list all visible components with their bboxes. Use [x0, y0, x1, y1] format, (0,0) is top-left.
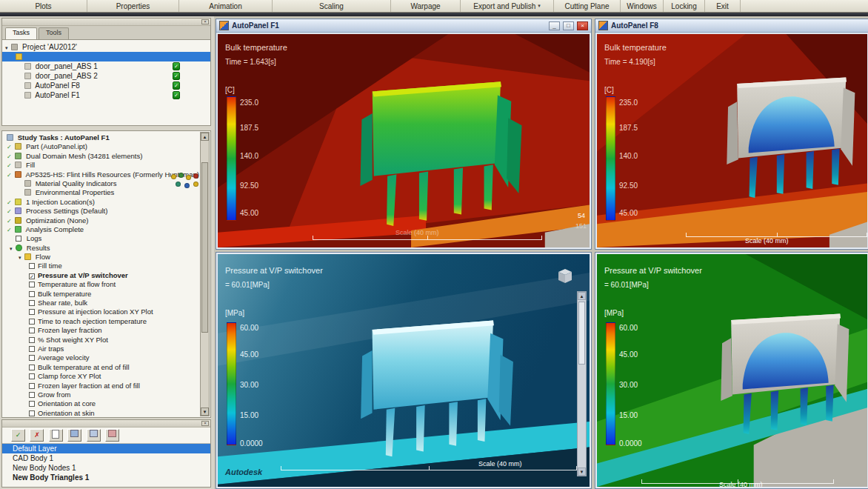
layer-settings-button[interactable]	[105, 429, 119, 442]
scale-ruler	[281, 466, 577, 470]
confirm-layer-button[interactable]: ✓	[11, 429, 25, 442]
tree-item-flow[interactable]: ▾ Flow	[2, 253, 217, 262]
tab-tools[interactable]: Tools	[39, 27, 69, 39]
close-icon[interactable]: ×	[201, 19, 209, 24]
result-frozen-layer[interactable]: Frozen layer fraction	[2, 326, 227, 335]
result-checkbox[interactable]	[29, 392, 35, 398]
scrollbar-thumb[interactable]	[201, 162, 208, 333]
legend-color-bar	[606, 322, 615, 445]
close-icon[interactable]: ×	[201, 421, 209, 426]
window-title-bar[interactable]: AutoPanel F8	[595, 19, 868, 33]
plot-value: = 60.01[MPa]	[225, 281, 270, 289]
tree-item-fill[interactable]: ✓ Fill	[2, 161, 205, 170]
viewport-canvas-tl[interactable]: Bulk temperature Time = 1.643[s] [C] 235…	[218, 34, 590, 247]
layer-cad-body[interactable]: CAD Body 1	[2, 453, 210, 463]
delete-layer-button[interactable]: ✗	[30, 429, 44, 442]
result-clamp-force-xy[interactable]: Clamp force XY Plot	[2, 372, 227, 381]
show-layer-button[interactable]	[87, 429, 101, 442]
project-pane-header[interactable]: ×	[2, 19, 210, 26]
tree-item-autopanel-f1[interactable]: AutoPanel F1 ✓	[2, 90, 210, 100]
tree-item-logs[interactable]: Logs	[2, 234, 214, 243]
scroll-up-icon[interactable]: ▲	[578, 292, 586, 300]
menu-export-publish[interactable]: Export and Publish▾	[461, 0, 554, 12]
scrollbar-thumb[interactable]	[578, 302, 585, 365]
layer-new-body-nodes[interactable]: New Body Nodes 1	[2, 463, 210, 473]
menu-windows[interactable]: Windows	[621, 0, 664, 12]
scroll-up-icon[interactable]: ▲	[201, 133, 209, 141]
result-pressure-vp-switchover[interactable]: ✓Pressure at V/P switchover	[2, 271, 227, 280]
viewport-canvas-tr[interactable]: Bulk temperature Time = 4.190[s] [C] 235…	[597, 34, 867, 247]
result-bulk-temperature[interactable]: Bulk temperature	[2, 290, 227, 299]
viewport-canvas-bl[interactable]: Pressure at V/P switchover = 60.01[MPa] …	[218, 254, 590, 487]
tree-item-part[interactable]: ✓ Part (AutoPanel.ipt)	[2, 142, 205, 151]
menu-cutting-plane[interactable]: Cutting Plane	[554, 0, 621, 12]
result-checkbox[interactable]	[29, 319, 35, 325]
result-checkbox[interactable]	[29, 346, 35, 352]
result-temperature-flow-front[interactable]: Temperature at flow front	[2, 280, 227, 289]
result-air-traps[interactable]: Air traps	[2, 345, 227, 353]
tree-item-results[interactable]: ▾ Results	[2, 244, 208, 253]
tree-item-injection-location[interactable]: ✓ 1 Injection Location(s)	[2, 198, 205, 207]
study-tasks-header[interactable]: Study Tasks : AutoPanel F1	[2, 133, 205, 142]
result-bulk-temp-end-fill[interactable]: Bulk temperature at end of fill	[2, 363, 227, 372]
result-pressure-injection-xy[interactable]: Pressure at injection location XY Plot	[2, 307, 227, 316]
result-checkbox[interactable]	[29, 355, 35, 361]
maximize-icon[interactable]: □	[563, 21, 574, 30]
result-grow-from[interactable]: Grow from	[2, 390, 227, 399]
study-pane-scrollbar[interactable]: ▲ ▼	[200, 132, 210, 416]
result-average-velocity[interactable]: Average velocity	[2, 353, 227, 362]
result-checkbox[interactable]	[29, 373, 35, 379]
menu-exit[interactable]: Exit	[705, 0, 741, 12]
layers-pane-header[interactable]: ×	[2, 420, 210, 428]
result-checkbox[interactable]	[29, 365, 35, 370]
result-checkbox[interactable]	[29, 309, 35, 315]
result-checkbox[interactable]	[29, 282, 35, 287]
result-orientation-skin[interactable]: Orientation at skin	[2, 409, 227, 418]
result-checkbox-checked[interactable]: ✓	[29, 273, 35, 279]
tree-item-optimization[interactable]: ✓ Optimization (None)	[2, 216, 205, 225]
result-shot-weight-xy[interactable]: % Shot weight XY Plot	[2, 336, 227, 345]
tree-item-project-root[interactable]: ▾ Project 'AU2012'	[2, 42, 210, 52]
menu-scaling[interactable]: Scaling	[273, 0, 391, 12]
tree-item-autopanel-f8[interactable]: AutoPanel F8 ✓	[2, 81, 210, 90]
result-time-ejection-temp[interactable]: Time to reach ejection temperature	[2, 317, 227, 326]
tab-tasks[interactable]: Tasks	[5, 27, 37, 39]
result-checkbox[interactable]	[29, 300, 35, 306]
window-pressure-f1: Pressure at V/P switchover = 60.01[MPa] …	[216, 252, 592, 489]
result-checkbox[interactable]	[29, 337, 35, 343]
result-orientation-core[interactable]: Orientation at core	[2, 399, 227, 408]
close-icon[interactable]: ×	[577, 21, 588, 30]
menu-animation[interactable]: Animation	[179, 0, 273, 12]
result-checkbox[interactable]	[29, 383, 35, 389]
result-checkbox[interactable]	[29, 291, 35, 297]
logs-checkbox[interactable]	[16, 236, 21, 242]
new-layer-button[interactable]	[49, 429, 63, 442]
tree-item-door-panel-2[interactable]: door_panel_ABS 2 ✓	[2, 71, 210, 81]
result-frozen-layer-end-fill[interactable]: Frozen layer fraction at end of fill	[2, 382, 227, 390]
animation-scrollbar[interactable]: ▲ ▼	[577, 291, 587, 476]
tree-item-door-panel-1[interactable]: door_panel_ABS 1 ✓	[2, 61, 210, 71]
view-cube-icon[interactable]	[555, 266, 575, 285]
scroll-down-icon[interactable]: ▼	[578, 468, 586, 476]
window-title-bar[interactable]: AutoPanel F1 _ □ ×	[216, 19, 591, 33]
menu-warpage[interactable]: Warpage	[391, 0, 461, 12]
minimize-icon[interactable]: _	[549, 21, 560, 30]
viewport-canvas-br[interactable]: Pressure at V/P switchover = 60.01[MPa] …	[597, 254, 867, 487]
result-checkbox[interactable]	[29, 410, 35, 416]
tree-item-mesh[interactable]: ✓ Dual Domain Mesh (34281 elements)	[2, 152, 205, 161]
layer-default[interactable]: Default Layer	[2, 444, 210, 453]
tree-item-process-settings[interactable]: ✓ Process Settings (Default)	[2, 207, 205, 216]
assign-layer-button[interactable]	[67, 429, 81, 442]
result-checkbox[interactable]	[29, 327, 35, 333]
layer-new-body-triangles[interactable]: New Body Triangles 1	[2, 473, 210, 482]
menu-locking[interactable]: Locking	[664, 0, 705, 12]
tree-item-selected-folder[interactable]	[2, 52, 210, 61]
scroll-down-icon[interactable]: ▼	[201, 408, 209, 416]
menu-properties[interactable]: Properties	[87, 0, 179, 12]
result-shear-rate[interactable]: Shear rate, bulk	[2, 299, 227, 307]
result-fill-time[interactable]: Fill time	[2, 262, 227, 270]
menu-plots[interactable]: Plots	[0, 0, 87, 12]
tree-item-analysis-complete[interactable]: ✓ Analysis Complete	[2, 225, 205, 234]
result-checkbox[interactable]	[29, 401, 35, 407]
result-checkbox[interactable]	[29, 263, 35, 269]
